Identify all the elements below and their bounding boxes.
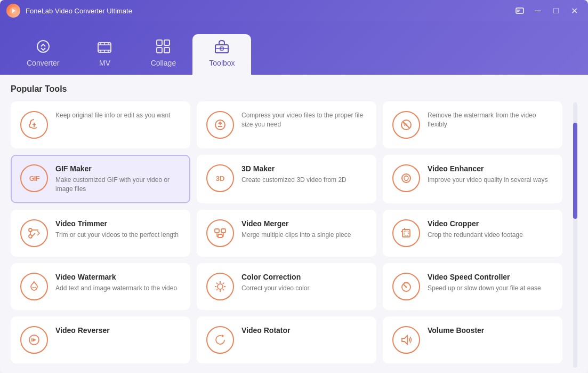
watermark-remover-info: Remove the watermark from the video flex…: [428, 111, 553, 129]
video-watermark-icon: [20, 273, 48, 300]
watermark-remover-icon: W: [392, 111, 420, 139]
tool-card-video-trimmer[interactable]: Video Trimmer Trim or cut your videos to…: [11, 210, 190, 257]
tab-mv[interactable]: MV: [75, 36, 134, 75]
tool-card-video-rotator[interactable]: Video Rotator: [197, 316, 376, 363]
scrollbar-thumb[interactable]: [573, 123, 577, 219]
3d-maker-desc: Create customized 3D video from 2D: [241, 176, 367, 185]
video-enhancer-desc: Improve your video quality in several wa…: [428, 176, 553, 185]
title-bar: FoneLab Video Converter Ultimate ─ □ ✕: [0, 0, 588, 21]
svg-marker-57: [222, 335, 224, 337]
tab-collage[interactable]: Collage: [134, 34, 192, 75]
tools-list: Keep original file info or edit as you w…: [11, 101, 567, 368]
video-rotator-name: Video Rotator: [241, 326, 367, 335]
svg-point-32: [29, 235, 32, 238]
svg-rect-16: [164, 40, 170, 45]
svg-rect-17: [157, 47, 162, 53]
video-merger-name: Video Merger: [241, 219, 367, 228]
video-reverser-info: Video Reverser: [55, 326, 181, 337]
tab-bar: Converter MV: [0, 21, 588, 75]
video-enhancer-name: Video Enhancer: [428, 164, 553, 173]
toolbox-tab-label: Toolbox: [209, 59, 235, 67]
metadata-icon: [20, 111, 48, 139]
video-rotator-icon: [206, 326, 234, 354]
svg-rect-39: [402, 229, 410, 237]
app-window: FoneLab Video Converter Ultimate ─ □ ✕ C…: [0, 0, 588, 373]
minimize-button[interactable]: ─: [530, 3, 545, 18]
tool-card-3d-maker[interactable]: 3D 3D Maker Create customized 3D video f…: [197, 155, 376, 203]
gif-maker-name: GIF Maker: [55, 164, 181, 173]
tab-toolbox[interactable]: Toolbox: [192, 34, 251, 75]
tool-card-volume-booster[interactable]: Volume Booster: [383, 316, 562, 363]
3d-maker-icon: 3D: [206, 164, 234, 192]
color-correction-name: Color Correction: [241, 273, 367, 281]
video-trimmer-info: Video Trimmer Trim or cut your videos to…: [55, 219, 181, 240]
captions-button[interactable]: [512, 3, 527, 18]
3d-maker-name: 3D Maker: [241, 164, 367, 173]
svg-text:W: W: [404, 123, 407, 126]
svg-point-53: [406, 286, 407, 288]
svg-point-31: [29, 228, 32, 232]
video-reverser-icon: [20, 326, 48, 354]
compress-info: Compress your video files to the proper …: [241, 111, 367, 129]
gif-maker-info: GIF Maker Make customized GIF with your …: [55, 164, 181, 194]
maximize-button[interactable]: □: [549, 3, 563, 18]
video-speed-controller-icon: [392, 273, 420, 300]
tool-card-watermark-remover[interactable]: W Remove the watermark from the video fl…: [383, 101, 562, 148]
volume-booster-info: Volume Booster: [428, 326, 553, 337]
svg-rect-15: [157, 40, 162, 45]
volume-booster-name: Volume Booster: [428, 326, 553, 335]
video-speed-controller-desc: Speed up or slow down your file at ease: [428, 284, 553, 293]
converter-tab-label: Converter: [27, 59, 59, 67]
tool-card-video-cropper[interactable]: Video Cropper Crop the redundant video f…: [383, 210, 562, 257]
svg-line-48: [216, 282, 218, 283]
video-trimmer-name: Video Trimmer: [55, 219, 181, 228]
video-rotator-info: Video Rotator: [241, 326, 367, 337]
svg-line-51: [216, 289, 218, 290]
volume-booster-icon: [392, 326, 420, 354]
tool-card-video-speed-controller[interactable]: Video Speed Controller Speed up or slow …: [383, 263, 562, 310]
app-title: FoneLab Video Converter Ultimate: [26, 7, 512, 15]
tool-card-video-watermark[interactable]: Video Watermark Add text and image water…: [11, 263, 190, 310]
svg-rect-36: [215, 229, 219, 233]
collage-tab-label: Collage: [151, 59, 176, 67]
window-controls: ─ □ ✕: [512, 3, 582, 18]
svg-rect-37: [221, 229, 225, 233]
tool-card-video-reverser[interactable]: Video Reverser: [11, 316, 190, 363]
svg-line-50: [223, 282, 224, 283]
video-speed-controller-info: Video Speed Controller Speed up or slow …: [428, 273, 553, 293]
tool-card-color-correction[interactable]: Color Correction Correct your video colo…: [197, 263, 376, 310]
video-merger-info: Video Merger Merge multiple clips into a…: [241, 219, 367, 240]
color-correction-desc: Correct your video color: [241, 284, 367, 293]
svg-point-43: [218, 284, 223, 289]
3d-maker-info: 3D Maker Create customized 3D video from…: [241, 164, 367, 185]
tool-card-compress[interactable]: Compress your video files to the proper …: [197, 101, 376, 148]
video-speed-controller-name: Video Speed Controller: [428, 273, 553, 281]
video-enhancer-info: Video Enhancer Improve your video qualit…: [428, 164, 553, 185]
video-merger-desc: Merge multiple clips into a single piece: [241, 231, 367, 240]
gif-maker-desc: Make customized GIF with your video or i…: [55, 176, 181, 194]
tool-card-video-merger[interactable]: Video Merger Merge multiple clips into a…: [197, 210, 376, 257]
svg-point-29: [402, 174, 410, 182]
metadata-info: Keep original file info or edit as you w…: [55, 111, 181, 120]
video-cropper-info: Video Cropper Crop the redundant video f…: [428, 219, 553, 240]
video-cropper-icon: [392, 219, 420, 247]
watermark-remover-desc: Remove the watermark from the video flex…: [428, 111, 553, 129]
color-correction-icon: [206, 273, 234, 300]
scrollbar-track[interactable]: [573, 102, 577, 368]
svg-marker-56: [33, 338, 36, 342]
color-correction-info: Color Correction Correct your video colo…: [241, 273, 367, 293]
tab-converter[interactable]: Converter: [11, 34, 75, 75]
compress-desc: Compress your video files to the proper …: [241, 111, 367, 129]
content-area: Popular Tools: [0, 75, 588, 373]
metadata-desc: Keep original file info or edit as you w…: [55, 111, 181, 120]
close-button[interactable]: ✕: [567, 3, 582, 18]
svg-line-35: [32, 233, 35, 236]
video-watermark-desc: Add text and image watermark to the vide…: [55, 284, 181, 293]
gif-maker-icon: GIF: [20, 164, 48, 192]
collage-tab-icon: [156, 39, 170, 55]
tool-card-gif-maker[interactable]: GIF GIF Maker Make customized GIF with y…: [11, 155, 190, 203]
tool-card-video-enhancer[interactable]: Video Enhancer Improve your video qualit…: [383, 155, 562, 203]
video-enhancer-icon: [392, 164, 420, 192]
video-watermark-info: Video Watermark Add text and image water…: [55, 273, 181, 293]
tool-card-metadata[interactable]: Keep original file info or edit as you w…: [11, 101, 190, 148]
